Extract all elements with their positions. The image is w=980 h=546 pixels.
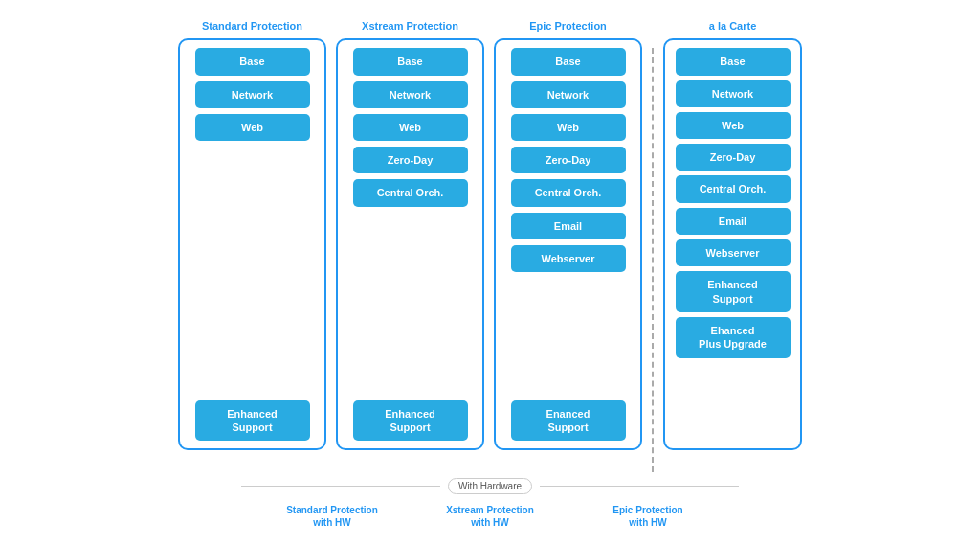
standard-protection-box: Base Network Web EnhancedSupport — [178, 38, 326, 450]
xstream-zeroday-btn[interactable]: Zero-Day — [353, 147, 468, 173]
standard-protection-title: Standard Protection — [202, 19, 302, 33]
alacarte-webserver-btn[interactable]: Webserver — [676, 239, 791, 266]
epic-base-btn[interactable]: Base — [511, 48, 626, 75]
epic-zeroday-btn[interactable]: Zero-Day — [511, 147, 626, 173]
main-container: Standard Protection Base Network Web Enh… — [11, 10, 969, 536]
epic-hw-label: Epic Protectionwith HW — [574, 504, 723, 529]
alacarte-email-btn[interactable]: Email — [676, 208, 791, 235]
alacarte-base-btn[interactable]: Base — [676, 48, 791, 75]
epic-email-btn[interactable]: Email — [511, 213, 626, 239]
xstream-protection-column: Xstream Protection Base Network Web Zero… — [336, 19, 484, 450]
hardware-divider: With Hardware — [241, 478, 739, 494]
alacarte-zeroday-btn[interactable]: Zero-Day — [676, 144, 791, 171]
bottom-area: With Hardware Standard Protectionwith HW… — [11, 472, 969, 536]
xstream-support-btn[interactable]: EnhancedSupport — [353, 400, 468, 442]
bottom-labels: Standard Protectionwith HW Xstream Prote… — [258, 504, 723, 529]
alacarte-centralorch-btn[interactable]: Central Orch. — [676, 175, 791, 202]
epic-web-btn[interactable]: Web — [511, 114, 626, 141]
xstream-network-btn[interactable]: Network — [353, 81, 468, 108]
standard-support-btn[interactable]: EnhancedSupport — [195, 400, 310, 442]
xstream-web-btn[interactable]: Web — [353, 114, 468, 141]
epic-protection-column: Epic Protection Base Network Web Zero-Da… — [494, 19, 642, 450]
hw-line-left — [241, 486, 440, 487]
alacarte-support-btn[interactable]: EnhancedSupport — [676, 271, 791, 312]
xstream-protection-box: Base Network Web Zero-Day Central Orch. … — [336, 38, 484, 450]
epic-protection-title: Epic Protection — [529, 19, 607, 33]
epic-support-btn[interactable]: EnancedSupport — [511, 400, 626, 442]
hw-line-right — [540, 486, 739, 487]
standard-protection-column: Standard Protection Base Network Web Enh… — [178, 19, 326, 450]
alacarte-network-btn[interactable]: Network — [676, 80, 791, 107]
xstream-centralorch-btn[interactable]: Central Orch. — [353, 179, 468, 206]
dashed-divider-line — [652, 48, 654, 472]
xstream-base-btn[interactable]: Base — [353, 48, 468, 75]
xstream-hw-label: Xstream Protectionwith HW — [416, 504, 565, 529]
epic-protection-box: Base Network Web Zero-Day Central Orch. … — [494, 38, 642, 450]
alacarte-web-btn[interactable]: Web — [676, 112, 791, 139]
xstream-protection-title: Xstream Protection — [362, 19, 458, 33]
epic-centralorch-btn[interactable]: Central Orch. — [511, 179, 626, 206]
epic-webserver-btn[interactable]: Webserver — [511, 245, 626, 272]
alacarte-title: a la Carte — [709, 19, 757, 33]
divider — [652, 48, 654, 472]
standard-base-btn[interactable]: Base — [195, 48, 310, 75]
alacarte-upgrade-btn[interactable]: EhancedPlus Upgrade — [676, 317, 791, 358]
alacarte-box: Base Network Web Zero-Day Central Orch. … — [663, 38, 802, 450]
standard-network-btn[interactable]: Network — [195, 81, 310, 108]
standard-hw-label: Standard Protectionwith HW — [258, 504, 407, 529]
hardware-label: With Hardware — [448, 478, 532, 494]
alacarte-column: a la Carte Base Network Web Zero-Day Cen… — [663, 19, 802, 450]
standard-web-btn[interactable]: Web — [195, 114, 310, 141]
epic-network-btn[interactable]: Network — [511, 81, 626, 108]
columns-area: Standard Protection Base Network Web Enh… — [11, 10, 969, 472]
